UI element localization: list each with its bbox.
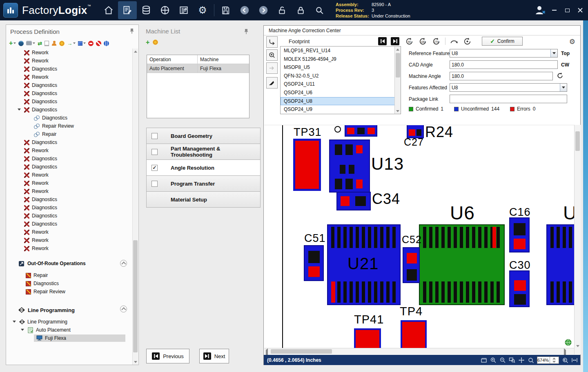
footprint-item[interactable]: MLQP16_REV1_U14 (281, 46, 395, 55)
sync-button[interactable]: ⇄ (38, 40, 42, 46)
rotate-point-button[interactable] (463, 37, 472, 46)
tree-item[interactable]: Rework (8, 73, 133, 81)
next-button[interactable]: Next (199, 349, 229, 363)
tree-item[interactable]: Diagnostics (8, 155, 133, 163)
footprint-item[interactable]: MSOP8_U5 (281, 63, 395, 72)
footprint-item[interactable]: QSOP24_U11 (281, 80, 395, 89)
scroll-up-icon[interactable] (133, 49, 138, 54)
footprint-scrollbar[interactable] (394, 46, 401, 114)
tree-item-expanded[interactable]: Diagnostics (8, 106, 133, 114)
tree-item[interactable]: Rework (8, 228, 133, 236)
remove-button[interactable] (88, 40, 94, 46)
oor-item[interactable]: Repair (8, 271, 133, 279)
tree-item[interactable]: Diagnostics (8, 195, 133, 204)
tree-item[interactable]: Rework (8, 49, 133, 57)
user-logout-button[interactable] (534, 4, 546, 16)
step-material-setup[interactable]: Material Setup (146, 191, 261, 208)
back-button[interactable] (235, 1, 254, 19)
line-programming-node[interactable]: Line Programming (8, 318, 133, 326)
pcb-viewer-canvas[interactable]: TP31 C27 R24 U13 C34 (264, 125, 574, 348)
pan-icon[interactable] (518, 357, 525, 363)
fit-width-icon[interactable] (571, 357, 578, 363)
pin-icon[interactable] (244, 29, 249, 34)
spin-down-icon[interactable] (552, 361, 556, 363)
step-angle-resolution[interactable]: ✓Angle Resolution (146, 159, 261, 176)
settings-button[interactable]: ⚙ (193, 1, 212, 19)
step-board-geometry[interactable]: Board Geometry (146, 128, 261, 144)
rotate-270-button[interactable]: 270 (432, 37, 441, 46)
package-link-input[interactable] (450, 95, 567, 103)
materials-button[interactable] (137, 1, 156, 19)
scrollbar-thumb[interactable] (575, 131, 580, 151)
package-button[interactable] (78, 40, 86, 46)
zoom-out-icon[interactable] (499, 357, 506, 363)
add-operation-button[interactable]: + (9, 40, 16, 46)
machine-settings-button[interactable] (153, 39, 158, 45)
zoom-extents-button[interactable] (565, 339, 572, 346)
step-program-transfer[interactable]: Program Transfer (146, 175, 261, 192)
tree-item[interactable]: Diagnostics (8, 97, 133, 106)
step-part-management[interactable]: Part Management & Troubleshooting (146, 144, 261, 160)
block-button[interactable] (96, 40, 101, 46)
zoom-previous-icon[interactable] (562, 357, 568, 363)
tree-item[interactable]: Rework (8, 171, 133, 179)
tree-item[interactable]: Diagnostics (8, 163, 133, 171)
rotate-90-button[interactable]: 90 (405, 37, 414, 46)
zoom-in-icon[interactable] (490, 357, 497, 363)
pause-button[interactable] (104, 40, 109, 46)
routing-button[interactable] (156, 1, 174, 19)
expander-open-icon[interactable] (21, 329, 24, 331)
tree-item[interactable]: Rework (8, 187, 133, 195)
lock-button[interactable] (292, 1, 310, 19)
machine-angle-input[interactable] (450, 72, 553, 80)
footprint-item[interactable]: QSOP24_U9 (281, 105, 395, 114)
minimize-button[interactable] (549, 6, 559, 15)
save-button[interactable] (216, 1, 235, 19)
arc-arrow-button[interactable] (450, 37, 459, 45)
footprint-item[interactable]: QSOP24_U6 (281, 89, 395, 97)
step-checkbox[interactable] (151, 149, 158, 155)
find-button[interactable] (310, 1, 329, 19)
share-button[interactable]: → (67, 40, 76, 46)
footprint-item-selected[interactable]: QSOP24_U8 (281, 97, 395, 106)
maximize-button[interactable] (562, 6, 572, 15)
machine-node-selected[interactable]: Fuji Flexa (8, 334, 133, 342)
close-button[interactable] (575, 6, 586, 15)
forward-button[interactable] (254, 1, 273, 19)
collapse-section-button[interactable] (120, 260, 127, 267)
expander-open-icon[interactable] (13, 321, 16, 323)
board-layers-icon[interactable] (481, 357, 487, 363)
oor-item[interactable]: Diagnostics (8, 279, 133, 288)
canvas-vertical-scrollbar[interactable] (574, 125, 581, 354)
tree-item[interactable]: Diagnostics (8, 204, 133, 212)
scroll-down-icon[interactable] (133, 359, 138, 365)
tree-item[interactable]: Rework (8, 179, 133, 187)
scrollbar-thumb[interactable] (271, 349, 332, 354)
refresh-angle-button[interactable] (556, 72, 564, 80)
tree-item[interactable]: Diagnostics (8, 65, 133, 73)
reference-feature-dropdown[interactable]: U8 (450, 49, 558, 58)
rotate-180-button[interactable]: 180 (418, 37, 428, 46)
tree-item[interactable]: Rework (8, 244, 133, 252)
tree-child-item[interactable]: Repair (8, 130, 133, 138)
tree-item[interactable]: Diagnostics (8, 138, 133, 146)
unlock-button[interactable] (273, 1, 292, 19)
tree-item[interactable]: Diagnostics (8, 220, 133, 228)
chevron-down-icon[interactable] (550, 49, 557, 57)
tree-item[interactable]: Rework (8, 236, 133, 244)
scroll-down-icon[interactable] (576, 347, 579, 353)
oor-item[interactable]: Repair Review (8, 288, 133, 296)
footprint-item[interactable]: QFN-32-0.5_U2 (281, 72, 395, 80)
line-programming-header[interactable]: Line Programming (8, 305, 133, 315)
zoom-window-icon[interactable] (509, 357, 515, 363)
tree-item[interactable]: Diagnostics (8, 89, 133, 97)
link-button[interactable] (18, 40, 24, 46)
print-button[interactable] (26, 40, 35, 46)
expander-open-icon[interactable] (18, 108, 21, 111)
footprint-item[interactable]: MOLEX 51296-4594_J9 (281, 55, 395, 64)
chevron-down-icon[interactable] (560, 84, 567, 91)
tree-item[interactable]: Rework (8, 146, 133, 155)
documents-button[interactable] (174, 1, 193, 19)
process-tree-scrollbar[interactable] (132, 49, 138, 365)
step-checkbox[interactable] (151, 181, 158, 187)
